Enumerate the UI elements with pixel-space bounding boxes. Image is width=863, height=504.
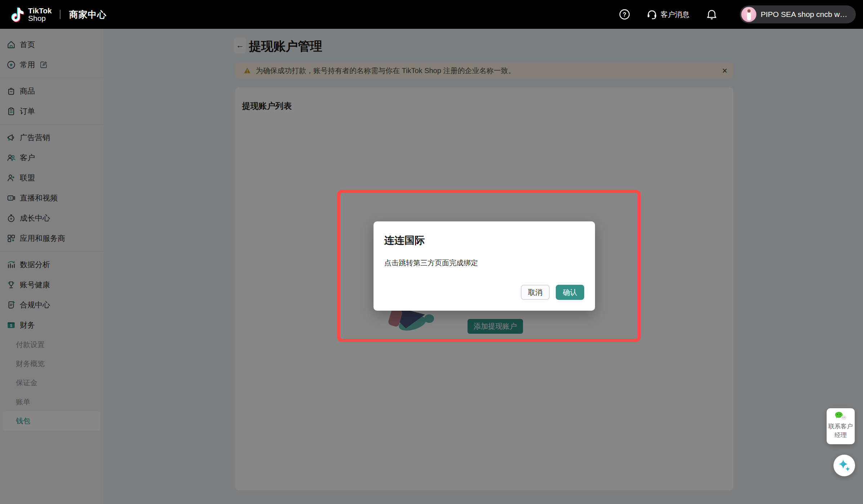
bell-icon	[706, 9, 717, 20]
customer-messages-button[interactable]: 客户消息	[646, 9, 689, 20]
customer-messages-label: 客户消息	[661, 10, 689, 19]
account-name: PIPO SEA shop cncb we...	[761, 10, 848, 19]
lianlian-dialog: 连连国际 点击跳转第三方页面完成绑定 取消 确认	[374, 221, 595, 311]
brand-line2: Shop	[28, 14, 52, 22]
wechat-icon	[835, 411, 847, 421]
brand-wordmark: TikTok Shop	[28, 7, 52, 22]
brand-line1: TikTok	[28, 7, 52, 14]
top-header: TikTok Shop 商家中心 ? 客户消息	[0, 0, 863, 29]
headset-icon	[646, 9, 658, 20]
confirm-button[interactable]: 确认	[556, 285, 584, 300]
avatar	[741, 7, 756, 22]
tiktok-shop-seller-center: TikTok Shop 商家中心 ? 客户消息	[0, 0, 863, 504]
tiktok-logo-icon	[11, 6, 24, 22]
ai-assistant-button[interactable]	[833, 455, 855, 476]
contact-account-manager-button[interactable]: 联系客户 经理	[827, 408, 855, 444]
account-menu[interactable]: PIPO SEA shop cncb we...	[740, 5, 856, 23]
app-title: 商家中心	[69, 9, 107, 21]
help-circle-icon[interactable]: ?	[619, 9, 630, 20]
dialog-body-text: 点击跳转第三方页面完成绑定	[384, 258, 478, 268]
header-actions: ? 客户消息	[619, 5, 856, 23]
cancel-button[interactable]: 取消	[521, 285, 550, 300]
contact-label-line2: 经理	[827, 431, 855, 440]
dialog-title: 连连国际	[384, 234, 425, 247]
svg-text:?: ?	[623, 12, 626, 18]
header-divider	[60, 10, 61, 19]
contact-label-line1: 联系客户	[827, 422, 855, 431]
sparkle-icon	[837, 459, 851, 472]
notifications-button[interactable]	[706, 9, 717, 20]
